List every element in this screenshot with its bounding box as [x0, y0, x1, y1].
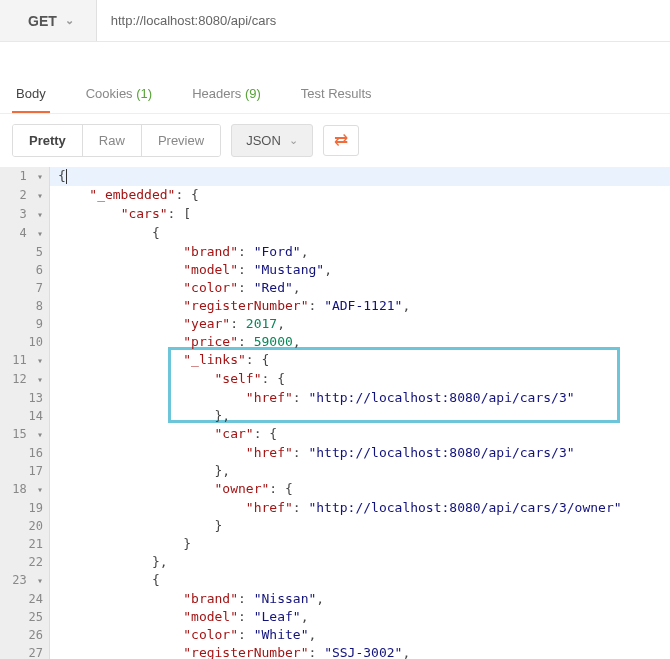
response-tabs: Body Cookies (1) Headers (9) Test Result…	[0, 76, 670, 114]
view-preview-button[interactable]: Preview	[142, 125, 220, 156]
wrap-icon: ⇄	[334, 131, 348, 150]
http-method-select[interactable]: GET ⌄	[0, 0, 97, 41]
format-select[interactable]: JSON ⌄	[231, 124, 313, 157]
view-raw-button[interactable]: Raw	[83, 125, 142, 156]
view-pretty-button[interactable]: Pretty	[13, 125, 83, 156]
wrap-lines-button[interactable]: ⇄	[323, 125, 359, 156]
tab-test-results[interactable]: Test Results	[297, 76, 376, 113]
view-controls: Pretty Raw Preview JSON ⌄ ⇄	[0, 114, 670, 167]
tab-headers[interactable]: Headers (9)	[188, 76, 265, 113]
chevron-down-icon: ⌄	[289, 134, 298, 147]
tab-body[interactable]: Body	[12, 76, 50, 113]
request-toolbar: GET ⌄	[0, 0, 670, 42]
tab-cookies[interactable]: Cookies (1)	[82, 76, 156, 113]
view-mode-group: Pretty Raw Preview	[12, 124, 221, 157]
response-body[interactable]: 1 ▾{ 2 ▾ "_embedded": { 3 ▾ "cars": [ 4 …	[0, 167, 670, 659]
url-input[interactable]	[97, 0, 670, 41]
headers-count-badge: (9)	[245, 86, 261, 101]
cookies-count-badge: (1)	[136, 86, 152, 101]
chevron-down-icon: ⌄	[65, 14, 74, 27]
http-method-label: GET	[28, 13, 57, 29]
